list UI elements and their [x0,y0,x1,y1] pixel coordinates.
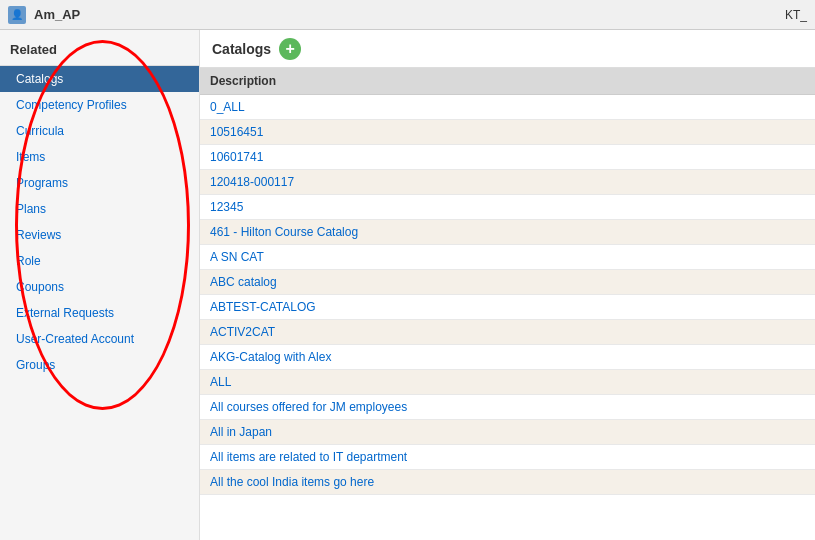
table-row[interactable]: 10601741 [200,145,815,170]
content-area: Catalogs + Description 0_ALL105164511060… [200,30,815,540]
catalog-description[interactable]: ACTIV2CAT [200,320,815,345]
sidebar-item-competency-profiles[interactable]: Competency Profiles [0,92,199,118]
table-row[interactable]: 10516451 [200,120,815,145]
sidebar-item-reviews[interactable]: Reviews [0,222,199,248]
sidebar-item-curricula[interactable]: Curricula [0,118,199,144]
page-title: Am_AP [34,7,80,22]
catalog-description[interactable]: 0_ALL [200,95,815,120]
sidebar-item-user-created-account[interactable]: User-Created Account [0,326,199,352]
table-row[interactable]: 120418-000117 [200,170,815,195]
content-title: Catalogs [212,41,271,57]
table-row[interactable]: 461 - Hilton Course Catalog [200,220,815,245]
sidebar-item-catalogs[interactable]: Catalogs [0,66,199,92]
content-header: Catalogs + [200,30,815,68]
catalog-description[interactable]: All in Japan [200,420,815,445]
title-bar: 👤 Am_AP KT_ [0,0,815,30]
catalog-description[interactable]: A SN CAT [200,245,815,270]
catalog-description[interactable]: ALL [200,370,815,395]
catalog-description[interactable]: AKG-Catalog with Alex [200,345,815,370]
catalog-description[interactable]: All courses offered for JM employees [200,395,815,420]
table-row[interactable]: ACTIV2CAT [200,320,815,345]
col-description: Description [200,68,815,95]
catalog-description[interactable]: All items are related to IT department [200,445,815,470]
catalog-description[interactable]: All the cool India items go here [200,470,815,495]
user-label: KT_ [785,8,807,22]
catalog-description[interactable]: ABTEST-CATALOG [200,295,815,320]
catalog-description[interactable]: ABC catalog [200,270,815,295]
table-row[interactable]: 0_ALL [200,95,815,120]
table-row[interactable]: A SN CAT [200,245,815,270]
add-button[interactable]: + [279,38,301,60]
catalog-description[interactable]: 461 - Hilton Course Catalog [200,220,815,245]
table-row[interactable]: All courses offered for JM employees [200,395,815,420]
catalog-description[interactable]: 12345 [200,195,815,220]
title-bar-left: 👤 Am_AP [8,6,80,24]
catalog-table-container: Description 0_ALL1051645110601741120418-… [200,68,815,540]
sidebar-item-items[interactable]: Items [0,144,199,170]
catalog-description[interactable]: 10601741 [200,145,815,170]
user-icon: 👤 [8,6,26,24]
sidebar: Related Catalogs Competency Profiles Cur… [0,30,200,540]
sidebar-item-plans[interactable]: Plans [0,196,199,222]
table-row[interactable]: AKG-Catalog with Alex [200,345,815,370]
catalog-description[interactable]: 10516451 [200,120,815,145]
table-row[interactable]: 12345 [200,195,815,220]
sidebar-item-groups[interactable]: Groups [0,352,199,378]
sidebar-section-header: Related [0,34,199,66]
table-row[interactable]: ABC catalog [200,270,815,295]
table-row[interactable]: ABTEST-CATALOG [200,295,815,320]
sidebar-item-coupons[interactable]: Coupons [0,274,199,300]
catalog-description[interactable]: 120418-000117 [200,170,815,195]
table-row[interactable]: All items are related to IT department [200,445,815,470]
table-row[interactable]: ALL [200,370,815,395]
table-row[interactable]: All the cool India items go here [200,470,815,495]
sidebar-item-external-requests[interactable]: External Requests [0,300,199,326]
main-container: Related Catalogs Competency Profiles Cur… [0,30,815,540]
sidebar-item-programs[interactable]: Programs [0,170,199,196]
catalog-table: Description 0_ALL1051645110601741120418-… [200,68,815,495]
table-row[interactable]: All in Japan [200,420,815,445]
sidebar-item-role[interactable]: Role [0,248,199,274]
